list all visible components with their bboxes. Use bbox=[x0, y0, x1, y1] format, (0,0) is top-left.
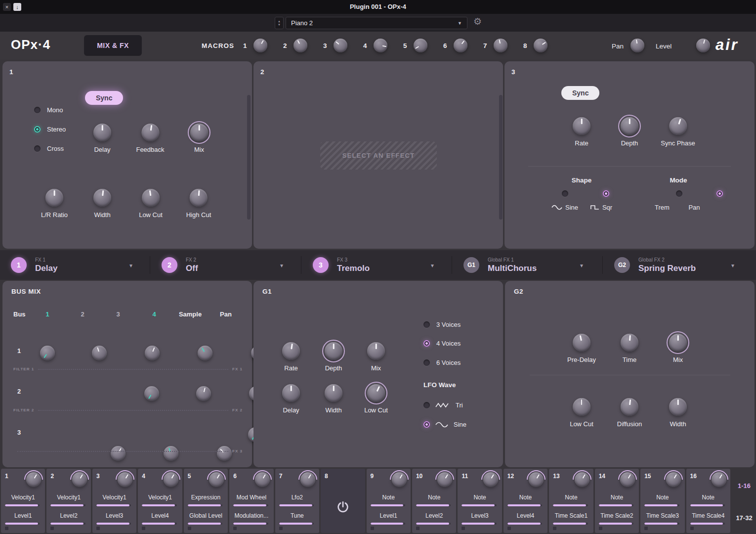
fx-slot-2[interactable]: 2 FX 2Off bbox=[162, 250, 198, 280]
delay-knob[interactable] bbox=[93, 124, 111, 141]
macro-cell-12[interactable]: 12 Note Level4 bbox=[504, 469, 547, 533]
fx-slot-3[interactable]: 3 FX 3Tremolo bbox=[313, 250, 370, 280]
bus-col-2[interactable]: 2 bbox=[81, 311, 84, 318]
macro-knob[interactable] bbox=[255, 472, 270, 487]
chevron-down-icon[interactable]: ▾ bbox=[431, 262, 434, 269]
mix-knob[interactable] bbox=[190, 124, 208, 141]
fx1-sync-button[interactable]: Sync bbox=[85, 91, 123, 105]
fx2-badge[interactable]: 2 bbox=[162, 257, 177, 273]
macro-cell-2[interactable]: 2 Velocity1 Level2 bbox=[46, 469, 90, 533]
mode-pan-option[interactable]: Pan bbox=[688, 204, 700, 211]
fx-slot-g1[interactable]: G1 Global FX 1MultiChorus bbox=[463, 250, 537, 280]
power-button[interactable] bbox=[333, 497, 353, 517]
bus-col-3[interactable]: 3 bbox=[116, 311, 120, 318]
preset-stepper[interactable]: ▲ ▼ bbox=[275, 17, 284, 29]
shape-sqr-option[interactable]: Sqr bbox=[590, 204, 612, 211]
macro-knob[interactable] bbox=[392, 472, 407, 487]
depth-knob[interactable] bbox=[621, 117, 638, 135]
rate-knob[interactable] bbox=[573, 117, 590, 135]
mode-trem-radio[interactable] bbox=[676, 190, 682, 197]
bus-col-4[interactable]: 4 bbox=[152, 311, 156, 318]
bus-col-1[interactable]: 1 bbox=[45, 311, 49, 318]
g1-badge[interactable]: G1 bbox=[463, 257, 479, 273]
g1-lfo-sine[interactable]: Sine bbox=[423, 421, 466, 428]
fx1-mode-cross[interactable]: Cross bbox=[34, 145, 64, 152]
row3-sample-knob[interactable] bbox=[217, 446, 232, 461]
macro-1-knob[interactable] bbox=[253, 39, 267, 52]
macro-7-knob[interactable] bbox=[494, 39, 507, 52]
pre-delay-knob[interactable] bbox=[573, 334, 590, 352]
time-knob[interactable] bbox=[621, 334, 638, 352]
macro-6-knob[interactable] bbox=[454, 39, 467, 52]
g2-badge[interactable]: G2 bbox=[614, 257, 630, 273]
chevron-down-icon[interactable]: ▾ bbox=[580, 262, 583, 269]
macro-cell-1[interactable]: 1 Velocity1 Level1 bbox=[1, 469, 45, 533]
feedback-knob[interactable] bbox=[141, 124, 159, 141]
high-cut-knob[interactable] bbox=[190, 189, 208, 207]
gear-icon[interactable]: ⚙ bbox=[473, 16, 482, 27]
chevron-down-icon[interactable]: ▾ bbox=[129, 262, 132, 269]
macro-knob[interactable] bbox=[300, 472, 315, 487]
master-level-knob[interactable] bbox=[696, 39, 710, 52]
low-cut-knob[interactable] bbox=[142, 189, 160, 207]
sync-phase-knob[interactable] bbox=[669, 117, 687, 135]
row1-bus2-knob[interactable] bbox=[92, 346, 107, 360]
macro-knob[interactable] bbox=[72, 472, 87, 487]
rate-knob[interactable] bbox=[282, 342, 300, 360]
stepper-up-icon[interactable]: ▲ bbox=[278, 20, 281, 23]
fx1-mode-stereo[interactable]: Stereo bbox=[34, 126, 66, 133]
macro-8-knob[interactable] bbox=[534, 39, 547, 52]
macro-knob[interactable] bbox=[437, 472, 452, 487]
g1-voices-3[interactable]: 3 Voices bbox=[423, 321, 461, 328]
macro-cell-8[interactable]: 8 bbox=[321, 469, 365, 533]
width-knob[interactable] bbox=[325, 384, 342, 402]
macro-knob[interactable] bbox=[483, 472, 498, 487]
select-effect-dropzone[interactable]: SELECT AN EFFECT bbox=[320, 141, 437, 170]
macro-cell-4[interactable]: 4 Velocity1 Level4 bbox=[138, 469, 182, 533]
g1-voices-4[interactable]: 4 Voices bbox=[423, 340, 461, 347]
g1-lfo-tri[interactable]: Tri bbox=[423, 401, 463, 409]
macro-knob[interactable] bbox=[529, 472, 544, 487]
fx1-badge[interactable]: 1 bbox=[11, 257, 27, 273]
stepper-down-icon[interactable]: ▼ bbox=[278, 23, 281, 26]
master-pan-knob[interactable] bbox=[630, 39, 644, 52]
tab-mix-fx[interactable]: MIX & FX bbox=[84, 35, 142, 56]
page-17-32[interactable]: 17-32 bbox=[732, 514, 756, 522]
macro-cell-6[interactable]: 6 Mod Wheel Modulation... bbox=[229, 469, 273, 533]
row2-bus1-knob[interactable] bbox=[144, 386, 159, 401]
page-1-16[interactable]: 1-16 bbox=[732, 482, 756, 490]
row3-bus3-knob[interactable] bbox=[111, 446, 126, 461]
chevron-down-icon[interactable]: ▾ bbox=[731, 262, 734, 269]
macro-knob[interactable] bbox=[209, 472, 224, 487]
radio-mono[interactable] bbox=[34, 107, 41, 113]
macro-5-knob[interactable] bbox=[414, 39, 427, 52]
shape-sine-option[interactable]: Sine bbox=[551, 204, 578, 211]
fx1-mode-mono[interactable]: Mono bbox=[34, 106, 63, 114]
lr-ratio-knob[interactable] bbox=[45, 189, 63, 207]
macro-4-knob[interactable] bbox=[374, 39, 387, 52]
shape-sine-radio[interactable] bbox=[562, 190, 568, 197]
width-knob[interactable] bbox=[669, 398, 687, 416]
depth-knob[interactable] bbox=[325, 342, 342, 360]
macro-3-knob[interactable] bbox=[334, 39, 347, 52]
macro-cell-7[interactable]: 7 Lfo2 Tune bbox=[275, 469, 319, 533]
row1-bus3-knob[interactable] bbox=[145, 346, 160, 360]
mix-knob[interactable] bbox=[367, 342, 385, 360]
radio-tri[interactable] bbox=[423, 402, 430, 408]
low-cut-knob[interactable] bbox=[367, 384, 385, 402]
row2-bus2-knob[interactable] bbox=[196, 386, 211, 401]
macro-cell-5[interactable]: 5 Expression Global Level bbox=[184, 469, 228, 533]
mix-knob[interactable] bbox=[669, 334, 687, 352]
radio-stereo-selected[interactable] bbox=[34, 126, 41, 133]
width-knob[interactable] bbox=[93, 189, 111, 207]
fx3-badge[interactable]: 3 bbox=[313, 257, 329, 273]
macro-cell-16[interactable]: 16 Note Time Scale4 bbox=[686, 469, 730, 533]
macro-knob[interactable] bbox=[712, 472, 726, 487]
macro-knob[interactable] bbox=[575, 472, 589, 487]
fx-slot-g2[interactable]: G2 Global FX 2Spring Reverb bbox=[614, 250, 696, 280]
macro-cell-9[interactable]: 9 Note Level1 bbox=[367, 469, 411, 533]
radio-cross[interactable] bbox=[34, 145, 41, 152]
macro-cell-15[interactable]: 15 Note Time Scale3 bbox=[640, 469, 684, 533]
macro-cell-13[interactable]: 13 Note Time Scale1 bbox=[549, 469, 593, 533]
radio-6-voices[interactable] bbox=[423, 359, 430, 366]
